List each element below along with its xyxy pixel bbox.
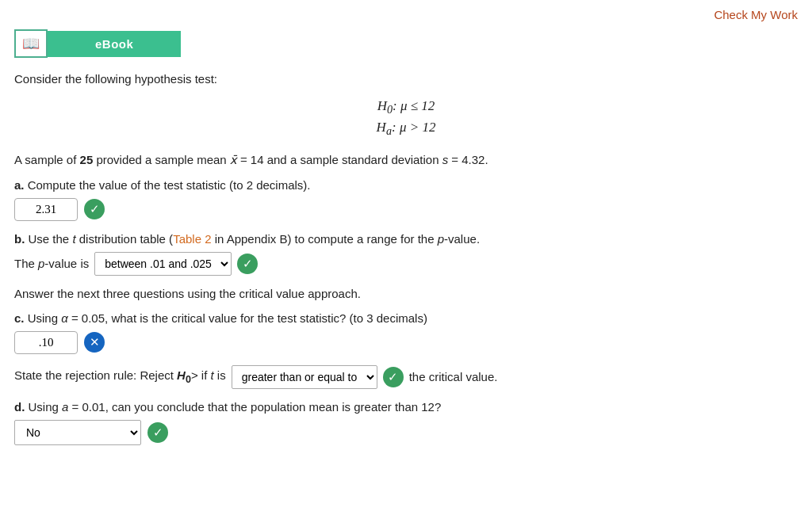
book-icon: 📖 [22,35,40,52]
p-value-row: The p-value is between .01 and .025 less… [14,252,798,276]
ha-line: Ha: μ > 12 [14,120,798,138]
ebook-icon-box: 📖 [14,29,48,58]
rejection-check-icon: ✓ [383,367,404,387]
part-a-check-icon: ✓ [84,199,105,219]
part-b-check-icon: ✓ [237,254,258,274]
table2-link[interactable]: Table 2 [173,232,211,246]
rejection-suffix-text: the critical value. [409,370,498,383]
ebook-button[interactable]: eBook [48,31,181,57]
part-d-answer-row: No Yes ✓ [14,420,798,445]
critical-value-input[interactable] [14,331,78,354]
h0-line: H0: μ ≤ 12 [14,98,798,116]
part-c-question: c. Using α = 0.05, what is the critical … [14,311,798,325]
sample-description: A sample of 25 provided a sample mean x̄… [14,153,798,167]
part-d-check-icon: ✓ [147,422,168,443]
check-my-work-link[interactable]: Check My Work [714,8,798,21]
p-value-select[interactable]: between .01 and .025 less than .01 betwe… [94,252,232,276]
part-d-question: d. Using a = 0.01, can you conclude that… [14,400,798,414]
part-a-answer-row: ✓ [14,198,798,221]
p-value-prefix: The p-value is [14,257,89,270]
part-b-question: b. Use the t distribution table (Table 2… [14,232,798,246]
intro-text: Consider the following hypothesis test: [14,72,798,86]
part-c-x-icon: ✕ [84,332,105,353]
rejection-prefix-text: State the rejection rule: Reject H0> if … [14,368,226,385]
conclude-select[interactable]: No Yes [14,420,141,445]
part-c-answer-row: ✕ [14,331,798,354]
answer-next-text: Answer the next three questions using th… [14,287,798,300]
test-statistic-input[interactable] [14,198,78,221]
rejection-rule-select[interactable]: greater than or equal to less than or eq… [232,365,377,389]
part-a-question: a. Compute the value of the test statist… [14,178,798,192]
rejection-rule-row: State the rejection rule: Reject H0> if … [14,365,798,389]
hypothesis-block: H0: μ ≤ 12 Ha: μ > 12 [14,98,798,139]
